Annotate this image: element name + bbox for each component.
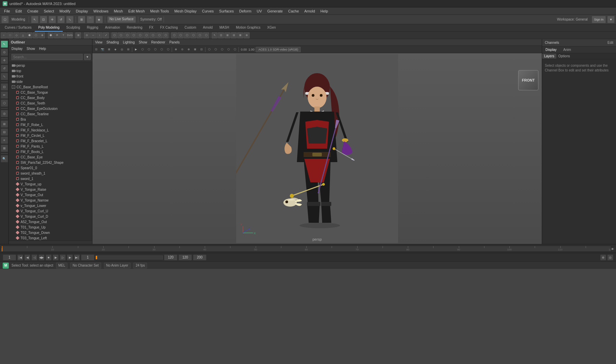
vp-btn-22[interactable]: ⬡ bbox=[232, 47, 238, 53]
tool-icon-25[interactable]: ⬡ bbox=[163, 32, 169, 38]
menu-windows[interactable]: Windows bbox=[91, 8, 111, 14]
outliner-help-menu[interactable]: Help bbox=[38, 47, 48, 51]
channels-edit-btn[interactable]: Edit bbox=[605, 40, 616, 45]
tab-arnold[interactable]: Arnold bbox=[199, 24, 216, 32]
tool-icon-37[interactable]: ⊛ bbox=[244, 32, 250, 38]
live-surface-dropdown[interactable]: No Live Surface bbox=[107, 16, 136, 23]
tab-sculpting[interactable]: Sculpting bbox=[63, 24, 83, 32]
outliner-item[interactable]: SW_ParisTail_22542_Shape bbox=[9, 160, 92, 165]
tool-icon-18[interactable]: ⬡ bbox=[118, 32, 124, 38]
soft-select-tool[interactable]: ◎ bbox=[1, 110, 8, 117]
rotate-tool[interactable]: ↺ bbox=[1, 65, 8, 72]
outliner-item[interactable]: CC_Base_Tongue bbox=[9, 90, 92, 95]
outliner-item[interactable]: sword_sheath_1 bbox=[9, 171, 92, 176]
menu-uv[interactable]: UV bbox=[254, 8, 264, 14]
outliner-item[interactable]: T02_Tongue_Down bbox=[9, 230, 92, 235]
menu-curves[interactable]: Curves bbox=[199, 8, 217, 14]
paint-tool[interactable]: ✏ bbox=[1, 91, 8, 99]
outliner-item[interactable]: FM_F_Boots_L bbox=[9, 149, 92, 154]
key-btn[interactable]: ⊕ bbox=[600, 254, 606, 261]
scale-tool-btn[interactable]: ⤡ bbox=[66, 16, 74, 23]
autokey-btn[interactable]: ◎ bbox=[607, 254, 613, 261]
tool-icon-1[interactable]: ○ bbox=[1, 32, 7, 38]
menu-create[interactable]: Create bbox=[25, 8, 41, 14]
vp-btn-13[interactable]: ⊕ bbox=[173, 47, 179, 53]
snap-surface-btn[interactable]: ◈ bbox=[95, 16, 103, 23]
move-tool-btn[interactable]: ✛ bbox=[49, 16, 56, 23]
outliner-item[interactable]: V_Tongue_Curl_D bbox=[9, 214, 92, 219]
vp-btn-2[interactable]: 📷 bbox=[100, 47, 106, 53]
vp-btn-8[interactable]: ⬡ bbox=[139, 47, 145, 53]
tool-icon-32[interactable]: ↖ bbox=[212, 32, 218, 38]
tab-rigging[interactable]: Rigging bbox=[83, 24, 102, 32]
menu-display[interactable]: Display bbox=[73, 8, 91, 14]
vp-btn-18[interactable]: ⬡ bbox=[206, 47, 212, 53]
tool-icon-16[interactable]: ⤢ bbox=[103, 32, 109, 38]
tab-custom[interactable]: Custom bbox=[181, 24, 199, 32]
outliner-item[interactable]: side bbox=[9, 79, 92, 84]
tool-icon-17[interactable]: ⬡ bbox=[111, 32, 117, 38]
play-back-btn[interactable]: ◀▶ bbox=[38, 254, 45, 261]
outliner-item[interactable]: v_Tongue_Lower bbox=[9, 203, 92, 208]
rotate-tool-btn[interactable]: ↺ bbox=[57, 16, 65, 23]
prev-frame-btn[interactable]: ◀ bbox=[24, 254, 30, 261]
vp-btn-11[interactable]: ⬡ bbox=[159, 47, 165, 53]
tab-rendering[interactable]: Rendering bbox=[123, 24, 146, 32]
vp-lighting-menu[interactable]: Lighting bbox=[121, 40, 136, 44]
scale-tool[interactable]: ⤡ bbox=[1, 73, 8, 80]
attr-editor-tool[interactable]: ⊠ bbox=[1, 145, 8, 152]
menu-surfaces[interactable]: Surfaces bbox=[217, 8, 236, 14]
vp-btn-4[interactable]: ◈ bbox=[112, 47, 118, 53]
paint-select-tool[interactable]: ⊙ bbox=[1, 49, 8, 56]
select-tool-btn[interactable]: ↖ bbox=[31, 16, 38, 23]
tool-icon-19[interactable]: ⬡ bbox=[124, 32, 130, 38]
tool-icon-26[interactable]: ⬡ bbox=[171, 32, 177, 38]
tool-icon-2[interactable]: □ bbox=[7, 32, 13, 38]
vp-btn-21[interactable]: ⬡ bbox=[225, 47, 231, 53]
go-to-start-btn[interactable]: |◀ bbox=[17, 254, 23, 261]
vp-btn-15[interactable]: ⊛ bbox=[186, 47, 192, 53]
range-end-input[interactable]: 120 bbox=[164, 254, 177, 261]
outliner-item[interactable]: +CC_Base_BoneRoot bbox=[9, 84, 92, 90]
tool-icon-35[interactable]: ⊟ bbox=[231, 32, 237, 38]
tool-icon-21[interactable]: ⬡ bbox=[137, 32, 143, 38]
tool-icon-15[interactable]: ↕ bbox=[96, 32, 103, 38]
menu-select[interactable]: Select bbox=[41, 8, 57, 14]
outliner-item[interactable]: T03_Tongue_Left bbox=[9, 235, 92, 241]
tab-motion-graphics[interactable]: Motion Graphics bbox=[232, 24, 264, 32]
outliner-item[interactable]: T01_Tongue_Up bbox=[9, 224, 92, 230]
tool-icon-11[interactable]: SVG bbox=[67, 32, 73, 38]
outliner-item[interactable]: FM_F_Pants_L bbox=[9, 144, 92, 149]
tool-icon-29[interactable]: ⬡ bbox=[190, 32, 196, 38]
tool-icon-23[interactable]: ⬡ bbox=[150, 32, 156, 38]
search-tool[interactable]: 🔍 bbox=[1, 155, 8, 162]
rp-tab-anim[interactable]: Anim bbox=[560, 47, 575, 52]
menu-edit[interactable]: Edit bbox=[13, 8, 25, 14]
outliner-item[interactable]: V_Tongue_up bbox=[9, 181, 92, 187]
timeline-track[interactable]: 102030405060708090100110120 bbox=[1, 246, 611, 252]
menu-mesh-display[interactable]: Mesh Display bbox=[172, 8, 199, 14]
menu-mesh-tools[interactable]: Mesh Tools bbox=[147, 8, 171, 14]
menu-arnold[interactable]: Arnold bbox=[302, 8, 318, 14]
tool-icon-6[interactable]: ⬡ bbox=[33, 32, 39, 38]
outliner-item[interactable]: FM_F_Robe_L bbox=[9, 122, 92, 127]
vp-btn-12[interactable]: ⬡ bbox=[165, 47, 171, 53]
outliner-item[interactable]: FM_F_Circlet_L bbox=[9, 133, 92, 138]
tool-icon-9[interactable]: ⟳ bbox=[54, 32, 60, 38]
menu-cache[interactable]: Cache bbox=[285, 8, 302, 14]
outliner-item[interactable]: FM_F_Necklace_L bbox=[9, 127, 92, 133]
tool-icon-36[interactable]: ⊠ bbox=[237, 32, 243, 38]
vp-show-menu[interactable]: Show bbox=[137, 40, 148, 44]
select-tool[interactable]: ↖ bbox=[1, 40, 8, 48]
menu-file[interactable]: File bbox=[1, 8, 13, 14]
tool-icon-34[interactable]: ⊞ bbox=[224, 32, 230, 38]
outliner-item[interactable]: CC_Base_Teeth bbox=[9, 100, 92, 106]
fps-display[interactable]: 24 fps bbox=[133, 263, 147, 269]
viewport-canvas[interactable]: X Y Z bbox=[92, 53, 542, 244]
tool-icon-24[interactable]: ⬡ bbox=[156, 32, 162, 38]
tool-icon-13[interactable]: ⊙ bbox=[84, 32, 90, 38]
color-space-dropdown[interactable]: ACES 1.0 SDR-video (sRGB) bbox=[256, 47, 301, 52]
tool-icon-31[interactable]: ⬡ bbox=[203, 32, 209, 38]
outliner-search-input[interactable] bbox=[11, 54, 83, 60]
grid-tool[interactable]: ⊟ bbox=[1, 128, 8, 136]
